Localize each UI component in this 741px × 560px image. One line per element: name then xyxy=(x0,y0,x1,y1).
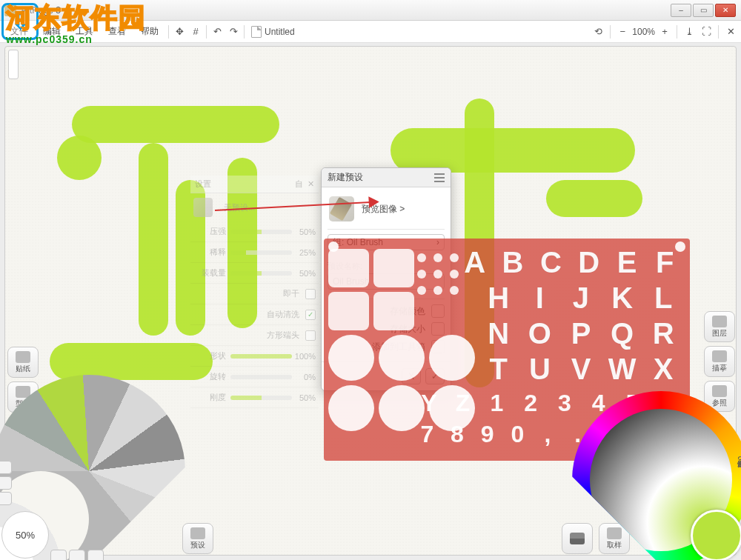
layers-button[interactable]: 图层 xyxy=(704,311,735,342)
zoom-out-icon[interactable]: − xyxy=(615,24,630,40)
close-button[interactable]: ✕ xyxy=(715,4,736,17)
paint-stroke xyxy=(139,143,168,336)
tracing-button[interactable]: 描摹 xyxy=(704,346,735,377)
dialog-title: 新建预设 xyxy=(328,171,363,184)
aspect-label: 形状 xyxy=(193,350,230,361)
document-icon xyxy=(251,26,262,38)
zoom-reset-icon[interactable]: ⟲ xyxy=(591,24,605,40)
grid-icon[interactable]: # xyxy=(187,24,204,40)
separator xyxy=(206,25,207,39)
stiffness-label: 刚度 xyxy=(193,392,230,403)
aspect-slider[interactable] xyxy=(230,354,292,359)
brush-thumbnail-icon xyxy=(193,198,213,217)
metallic-slider[interactable]: 金属性 0% xyxy=(734,416,741,505)
thinners-slider[interactable] xyxy=(230,250,292,255)
dialog-menu-icon[interactable] xyxy=(434,173,445,182)
zoom-in-icon[interactable]: + xyxy=(657,24,672,40)
separator xyxy=(677,25,677,39)
tool-chip[interactable] xyxy=(0,492,12,505)
aspect-value: 100% xyxy=(292,352,316,361)
zoom-level[interactable]: 100% xyxy=(632,27,655,37)
canvas-handle[interactable] xyxy=(8,50,19,79)
autoclean-label: 自动清洗 xyxy=(267,309,299,320)
tool-picker-wheel[interactable]: 50% xyxy=(0,375,185,560)
minimize-button[interactable]: – xyxy=(671,4,691,17)
tracing-icon xyxy=(712,350,727,362)
tool-chip[interactable] xyxy=(69,550,85,560)
separator xyxy=(610,25,611,39)
tool-chip[interactable] xyxy=(0,476,12,490)
separator xyxy=(244,25,245,39)
thinners-value: 25% xyxy=(292,248,316,257)
zoom-fit-icon[interactable]: ⤓ xyxy=(682,24,697,40)
maximize-button[interactable]: ▭ xyxy=(693,4,714,17)
rotation-slider[interactable] xyxy=(230,375,292,379)
rotation-label: 旋转 xyxy=(193,371,230,382)
footprint-icon xyxy=(16,351,30,363)
pressure-label: 压强 xyxy=(193,226,230,237)
brush-size-dial[interactable]: 50% xyxy=(1,511,49,559)
thinners-label: 稀释 xyxy=(193,247,230,258)
document-title: Untitled xyxy=(265,27,295,37)
loading-label: 装载量 xyxy=(193,267,230,279)
loading-slider[interactable] xyxy=(230,271,292,276)
square-label: 方形端头 xyxy=(267,330,299,341)
settings-close-icon[interactable]: ✕ xyxy=(308,179,314,189)
separator xyxy=(718,25,719,39)
stiffness-value: 50% xyxy=(292,393,316,402)
presets-icon xyxy=(190,527,205,539)
document-tab[interactable]: Untitled xyxy=(247,26,299,38)
pressure-value: 50% xyxy=(292,227,316,236)
presets-button[interactable]: 预设 xyxy=(182,523,213,554)
stickers-button[interactable]: 贴纸 xyxy=(7,347,39,378)
paint-stroke xyxy=(546,180,642,217)
autoclean-checkbox[interactable]: ✓ xyxy=(305,310,316,320)
paint-stroke xyxy=(391,128,635,173)
current-color-swatch[interactable] xyxy=(691,510,741,560)
tool-chip[interactable] xyxy=(87,550,104,560)
panel-close-icon[interactable]: ✕ xyxy=(723,24,738,40)
color-picker-wheel[interactable]: 金属性 0% xyxy=(572,391,741,560)
stiffness-slider[interactable] xyxy=(230,396,292,400)
separator xyxy=(168,25,169,39)
settings-title: 设置 xyxy=(195,179,295,190)
loading-value: 50% xyxy=(292,269,316,278)
watermark-text: 河东软件园 xyxy=(6,0,147,36)
fullscreen-icon[interactable]: ⛶ xyxy=(699,24,714,40)
zoom-controls: ⟲ − 100% + ⤓ ⛶ ✕ xyxy=(591,24,738,40)
square-checkbox[interactable] xyxy=(305,330,316,341)
instadry-checkbox[interactable] xyxy=(305,289,316,299)
pressure-slider[interactable] xyxy=(230,230,292,234)
paint-stroke xyxy=(57,136,102,180)
watermark: ⇩ 河东软件园 www.pc0359.cn xyxy=(3,0,147,45)
tool-chip[interactable] xyxy=(0,461,12,474)
layers-icon xyxy=(712,316,727,327)
settings-reset[interactable]: 自 xyxy=(295,179,303,190)
tool-chip[interactable] xyxy=(50,550,67,560)
rotation-value: 0% xyxy=(292,373,316,381)
undo-icon[interactable]: ↶ xyxy=(209,24,225,40)
paint-stroke xyxy=(72,106,279,143)
redo-icon[interactable]: ↷ xyxy=(225,24,242,40)
move-tool-icon[interactable]: ✥ xyxy=(171,24,187,40)
instadry-label: 即干 xyxy=(283,288,299,299)
